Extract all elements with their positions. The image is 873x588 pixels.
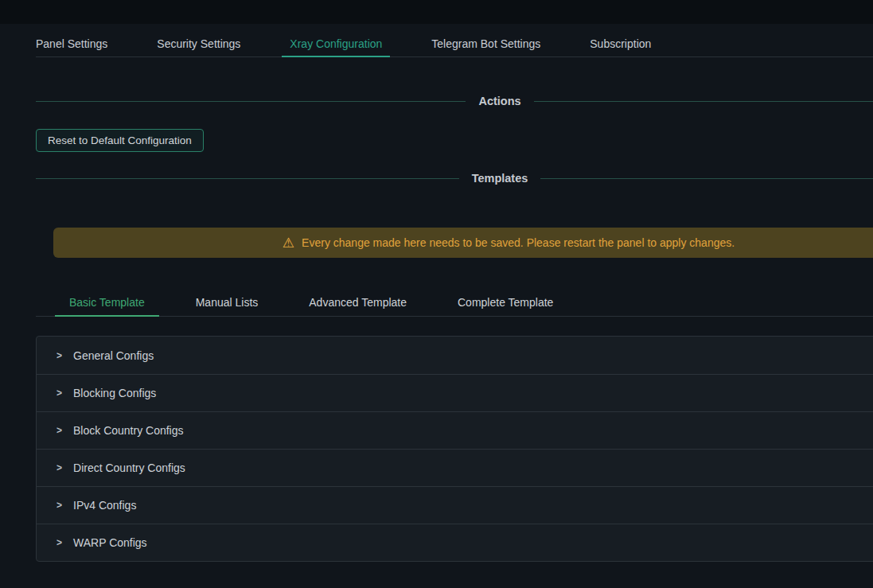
tab-xray-configuration[interactable]: Xray Configuration: [290, 31, 382, 56]
accordion-label: General Configs: [73, 349, 154, 362]
settings-tabs: Panel Settings Security Settings Xray Co…: [36, 31, 873, 57]
warning-banner-text: Every change made here needs to be saved…: [302, 236, 735, 249]
reset-default-config-button[interactable]: Reset to Default Configuration: [36, 129, 204, 152]
actions-divider: Actions: [36, 95, 873, 107]
main-content: Panel Settings Security Settings Xray Co…: [36, 31, 873, 562]
restart-warning-banner: ⚠ Every change made here needs to be sav…: [53, 228, 873, 258]
chevron-right-icon: >: [57, 463, 62, 473]
accordion-direct-country-configs[interactable]: > Direct Country Configs: [37, 449, 873, 486]
chevron-right-icon: >: [57, 351, 62, 360]
tab-complete-template[interactable]: Complete Template: [458, 289, 553, 316]
template-tabs: Basic Template Manual Lists Advanced Tem…: [36, 289, 873, 317]
tab-manual-lists[interactable]: Manual Lists: [196, 289, 259, 316]
accordion-label: Blocking Configs: [73, 387, 156, 399]
chevron-right-icon: >: [57, 388, 62, 398]
chevron-right-icon: >: [57, 500, 62, 510]
tab-telegram-bot-settings[interactable]: Telegram Bot Settings: [431, 31, 540, 56]
templates-divider-label: Templates: [472, 172, 528, 185]
warning-triangle-icon: ⚠: [283, 236, 294, 250]
config-accordion: > General Configs > Blocking Configs > B…: [36, 336, 873, 562]
tab-advanced-template[interactable]: Advanced Template: [309, 289, 407, 316]
accordion-label: IPv4 Configs: [73, 499, 136, 512]
tab-subscription[interactable]: Subscription: [590, 31, 651, 56]
accordion-ipv4-configs[interactable]: > IPv4 Configs: [37, 486, 873, 524]
accordion-general-configs[interactable]: > General Configs: [37, 337, 873, 374]
accordion-block-country-configs[interactable]: > Block Country Configs: [37, 411, 873, 449]
accordion-label: Block Country Configs: [73, 424, 184, 437]
accordion-warp-configs[interactable]: > WARP Configs: [37, 524, 873, 561]
chevron-right-icon: >: [57, 538, 62, 547]
accordion-label: Direct Country Configs: [73, 461, 185, 474]
accordion-blocking-configs[interactable]: > Blocking Configs: [37, 374, 873, 411]
tab-panel-settings[interactable]: Panel Settings: [36, 31, 107, 56]
templates-divider: Templates: [36, 172, 873, 185]
accordion-label: WARP Configs: [73, 536, 147, 549]
tab-basic-template[interactable]: Basic Template: [69, 289, 145, 316]
top-bar: [0, 0, 873, 24]
chevron-right-icon: >: [57, 426, 62, 435]
tab-security-settings[interactable]: Security Settings: [157, 31, 240, 56]
actions-divider-label: Actions: [478, 95, 520, 107]
